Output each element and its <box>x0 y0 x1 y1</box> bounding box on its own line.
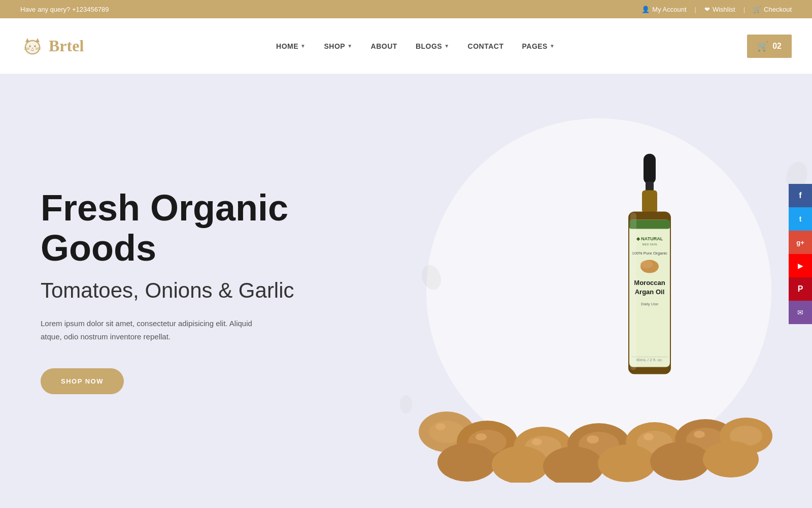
nav-contact[interactable]: CONTACT <box>468 42 504 50</box>
shop-chevron-icon: ▼ <box>347 43 352 49</box>
blogs-chevron-icon: ▼ <box>444 43 449 49</box>
svg-point-5 <box>34 45 36 47</box>
argan-nuts-visual <box>386 320 782 483</box>
twitter-icon: t <box>799 215 802 223</box>
youtube-button[interactable]: ▶ <box>789 254 812 277</box>
svg-point-33 <box>532 438 542 446</box>
nav-pages[interactable]: PAGES ▼ <box>522 42 555 50</box>
email-button[interactable]: ✉ <box>789 301 812 324</box>
my-account-link[interactable]: 👤 My Account <box>641 6 686 13</box>
svg-text:Moroccan: Moroccan <box>634 279 665 287</box>
wishlist-link[interactable]: ❤ Wishlist <box>704 6 735 13</box>
email-icon: ✉ <box>797 308 803 316</box>
logo-text: Brtel <box>49 37 84 55</box>
top-bar-right: 👤 My Account | ❤ Wishlist | 🛒 Checkout <box>641 6 792 13</box>
svg-point-4 <box>29 45 31 47</box>
top-bar: Have any query? +123456789 👤 My Account … <box>0 0 812 18</box>
svg-point-6 <box>32 48 33 49</box>
wishlist-label: Wishlist <box>713 6 735 13</box>
facebook-button[interactable]: f <box>789 184 812 207</box>
svg-point-25 <box>437 443 496 482</box>
svg-point-30 <box>703 441 759 478</box>
shop-now-button[interactable]: SHOP NOW <box>41 368 124 394</box>
cart-count: 02 <box>772 42 782 51</box>
svg-point-28 <box>598 444 656 482</box>
wishlist-icon: ❤ <box>704 6 710 13</box>
hero-subtitle: Tomatoes, Onions & Garlic <box>41 278 315 303</box>
product-bottle: ◆ NATURAL MED SKIN 100% Pure Organic Mor… <box>609 154 690 418</box>
pages-chevron-icon: ▼ <box>550 43 555 49</box>
nav-about[interactable]: ABOUT <box>371 42 397 50</box>
pinterest-icon: P <box>798 284 803 294</box>
hero-content: Fresh Organic Goods Tomatoes, Onions & G… <box>0 147 355 435</box>
cart-icon: 🛒 <box>757 41 768 52</box>
svg-text:Daily Use: Daily Use <box>641 302 659 306</box>
hero-section: Fresh Organic Goods Tomatoes, Onions & G… <box>0 74 812 508</box>
nav-home[interactable]: HOME ▼ <box>276 42 306 50</box>
svg-text:◆ NATURAL: ◆ NATURAL <box>636 236 663 241</box>
svg-point-54 <box>419 262 445 292</box>
svg-rect-37 <box>644 154 656 184</box>
twitter-button[interactable]: t <box>789 207 812 231</box>
nav-shop[interactable]: SHOP ▼ <box>324 42 353 50</box>
svg-point-35 <box>644 433 654 440</box>
hero-description: Lorem ipsum dolor sit amet, consectetur … <box>41 317 269 343</box>
social-sidebar: f t g+ ▶ P ✉ <box>789 184 812 324</box>
checkout-label: Checkout <box>764 6 792 13</box>
home-chevron-icon: ▼ <box>300 43 306 49</box>
svg-rect-39 <box>642 190 657 213</box>
svg-point-47 <box>640 261 653 269</box>
checkout-icon: 🛒 <box>753 6 761 13</box>
svg-text:Argan Oil: Argan Oil <box>635 288 665 296</box>
my-account-label: My Account <box>652 6 686 13</box>
svg-point-36 <box>694 431 705 438</box>
svg-text:60mL / 2 fl. oz.: 60mL / 2 fl. oz. <box>636 358 663 362</box>
facebook-icon: f <box>799 191 801 200</box>
logo-icon <box>20 34 45 58</box>
svg-point-32 <box>476 433 487 440</box>
divider2: | <box>743 6 745 13</box>
query-text: Have any query? +123456789 <box>20 6 109 13</box>
hero-image-area: ◆ NATURAL MED SKIN 100% Pure Organic Mor… <box>381 74 812 508</box>
svg-point-26 <box>492 446 549 483</box>
checkout-link[interactable]: 🛒 Checkout <box>753 6 792 13</box>
account-icon: 👤 <box>641 6 650 13</box>
svg-text:MED SKIN: MED SKIN <box>642 243 657 246</box>
svg-point-31 <box>435 423 446 430</box>
svg-point-29 <box>650 442 710 481</box>
pinterest-button[interactable]: P <box>789 277 812 301</box>
cart-button[interactable]: 🛒 02 <box>747 35 792 58</box>
googleplus-button[interactable]: g+ <box>789 231 812 254</box>
main-nav: HOME ▼ SHOP ▼ ABOUT BLOGS ▼ CONTACT PAGE… <box>276 42 555 50</box>
nav-blogs[interactable]: BLOGS ▼ <box>416 42 450 50</box>
youtube-icon: ▶ <box>798 262 803 270</box>
divider1: | <box>695 6 696 13</box>
svg-point-34 <box>587 435 599 443</box>
hero-title: Fresh Organic Goods <box>41 188 315 268</box>
logo[interactable]: Brtel <box>20 34 84 58</box>
svg-text:100% Pure Organic: 100% Pure Organic <box>632 251 667 256</box>
svg-rect-53 <box>630 213 636 370</box>
header: Brtel HOME ▼ SHOP ▼ ABOUT BLOGS ▼ CONTAC… <box>0 18 812 74</box>
googleplus-icon: g+ <box>796 239 804 246</box>
